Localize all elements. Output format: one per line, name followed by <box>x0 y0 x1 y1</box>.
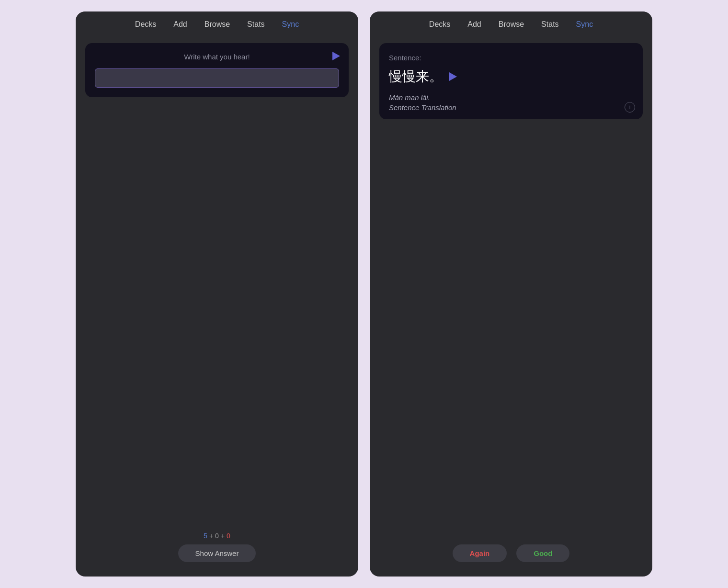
left-nav-stats[interactable]: Stats <box>247 20 264 29</box>
left-phone-panel: Decks Add Browse Stats Sync Write what y… <box>76 11 358 577</box>
right-nav-decks[interactable]: Decks <box>429 20 450 29</box>
right-phone-panel: Decks Add Browse Stats Sync Sentence: 慢慢… <box>370 11 652 577</box>
score-red: 0 <box>227 532 230 540</box>
right-sentence-card: Sentence: 慢慢来。 Màn man lái. Sentence Tra… <box>379 43 643 119</box>
score-green: 0 <box>215 532 219 540</box>
right-nav-bar: Decks Add Browse Stats Sync <box>370 11 652 35</box>
score-plus-2: + <box>221 532 225 540</box>
score-blue: 5 <box>204 532 207 540</box>
info-icon[interactable]: i <box>625 102 635 113</box>
left-card-prompt: Write what you hear! <box>95 53 339 61</box>
right-card-area: Sentence: 慢慢来。 Màn man lái. Sentence Tra… <box>370 35 652 544</box>
right-bottom-bar: Again Good <box>370 544 652 577</box>
right-nav-sync[interactable]: Sync <box>576 20 593 29</box>
left-nav-browse[interactable]: Browse <box>205 20 230 29</box>
sentence-romanization: Màn man lái. <box>389 93 633 102</box>
left-nav-decks[interactable]: Decks <box>135 20 156 29</box>
left-nav-add[interactable]: Add <box>173 20 187 29</box>
sentence-chinese-row: 慢慢来。 <box>389 68 633 86</box>
answer-buttons: Again Good <box>453 544 570 562</box>
right-play-icon[interactable] <box>449 72 457 81</box>
good-button[interactable]: Good <box>516 544 569 562</box>
score-plus-1: + <box>209 532 213 540</box>
left-card-area: Write what you hear! <box>76 35 358 532</box>
left-score-row: 5 + 0 + 0 <box>204 532 230 540</box>
show-answer-button[interactable]: Show Answer <box>178 544 256 562</box>
again-button[interactable]: Again <box>453 544 507 562</box>
right-nav-stats[interactable]: Stats <box>541 20 558 29</box>
left-flash-card: Write what you hear! <box>85 43 349 97</box>
left-nav-sync[interactable]: Sync <box>282 20 299 29</box>
left-answer-input[interactable] <box>95 68 339 88</box>
left-bottom-bar: 5 + 0 + 0 Show Answer <box>76 532 358 577</box>
sentence-label: Sentence: <box>389 54 633 62</box>
sentence-chinese-text: 慢慢来。 <box>389 68 443 86</box>
right-nav-add[interactable]: Add <box>467 20 481 29</box>
right-nav-browse[interactable]: Browse <box>499 20 524 29</box>
left-play-icon[interactable] <box>332 52 340 60</box>
sentence-translation: Sentence Translation <box>389 103 633 112</box>
left-nav-bar: Decks Add Browse Stats Sync <box>76 11 358 35</box>
